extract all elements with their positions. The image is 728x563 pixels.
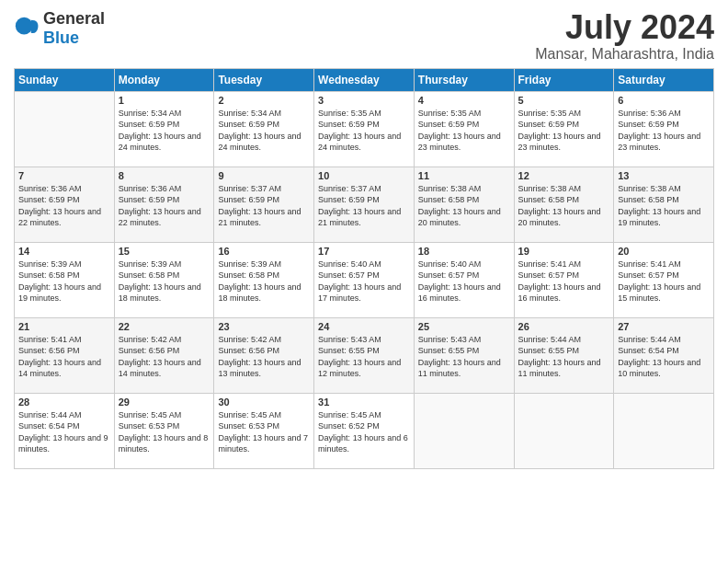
- day-cell: [514, 393, 614, 468]
- day-cell: 30Sunrise: 5:45 AMSunset: 6:53 PMDayligh…: [214, 393, 314, 468]
- cell-content: Sunrise: 5:34 AMSunset: 6:59 PMDaylight:…: [119, 108, 210, 154]
- cell-content: Sunrise: 5:43 AMSunset: 6:55 PMDaylight:…: [318, 334, 410, 380]
- day-number: 31: [318, 396, 410, 408]
- logo: General Blue: [14, 9, 105, 48]
- day-number: 3: [318, 95, 410, 106]
- cell-content: Sunrise: 5:45 AMSunset: 6:52 PMDaylight:…: [318, 409, 410, 455]
- cell-content: Sunrise: 5:37 AMSunset: 6:59 PMDaylight:…: [318, 183, 410, 229]
- cell-content: Sunrise: 5:40 AMSunset: 6:57 PMDaylight:…: [318, 259, 410, 304]
- day-cell: 6Sunrise: 5:36 AMSunset: 6:59 PMDaylight…: [614, 91, 714, 167]
- day-cell: 15Sunrise: 5:39 AMSunset: 6:58 PMDayligh…: [114, 242, 214, 317]
- day-cell: 23Sunrise: 5:42 AMSunset: 6:56 PMDayligh…: [214, 317, 314, 393]
- day-number: 10: [318, 170, 410, 181]
- day-cell: 29Sunrise: 5:45 AMSunset: 6:53 PMDayligh…: [114, 393, 214, 468]
- cell-content: Sunrise: 5:37 AMSunset: 6:59 PMDaylight:…: [218, 183, 310, 229]
- logo-text: General Blue: [43, 9, 105, 48]
- cell-content: Sunrise: 5:39 AMSunset: 6:58 PMDaylight:…: [218, 259, 310, 304]
- cell-content: Sunrise: 5:41 AMSunset: 6:56 PMDaylight:…: [18, 334, 110, 380]
- week-row-3: 14Sunrise: 5:39 AMSunset: 6:58 PMDayligh…: [15, 242, 714, 317]
- day-number: 2: [218, 95, 310, 106]
- day-cell: 14Sunrise: 5:39 AMSunset: 6:58 PMDayligh…: [15, 242, 115, 317]
- day-cell: 20Sunrise: 5:41 AMSunset: 6:57 PMDayligh…: [614, 242, 714, 317]
- cell-content: Sunrise: 5:43 AMSunset: 6:55 PMDaylight:…: [418, 334, 510, 380]
- day-number: 29: [119, 396, 210, 408]
- cell-content: Sunrise: 5:41 AMSunset: 6:57 PMDaylight:…: [518, 259, 610, 304]
- cell-content: Sunrise: 5:44 AMSunset: 6:54 PMDaylight:…: [18, 409, 110, 455]
- day-number: 13: [618, 170, 710, 181]
- day-cell: 21Sunrise: 5:41 AMSunset: 6:56 PMDayligh…: [15, 317, 115, 393]
- day-cell: 27Sunrise: 5:44 AMSunset: 6:54 PMDayligh…: [614, 317, 714, 393]
- cell-content: Sunrise: 5:36 AMSunset: 6:59 PMDaylight:…: [119, 183, 210, 229]
- cell-content: Sunrise: 5:41 AMSunset: 6:57 PMDaylight:…: [618, 259, 710, 304]
- day-cell: 16Sunrise: 5:39 AMSunset: 6:58 PMDayligh…: [214, 242, 314, 317]
- day-cell: 4Sunrise: 5:35 AMSunset: 6:59 PMDaylight…: [414, 91, 514, 167]
- cell-content: Sunrise: 5:45 AMSunset: 6:53 PMDaylight:…: [119, 409, 210, 455]
- day-cell: [15, 91, 115, 167]
- day-cell: 17Sunrise: 5:40 AMSunset: 6:57 PMDayligh…: [314, 242, 415, 317]
- day-number: 17: [318, 246, 410, 257]
- cell-content: Sunrise: 5:44 AMSunset: 6:55 PMDaylight:…: [518, 334, 610, 380]
- day-number: 22: [119, 321, 210, 332]
- day-number: 1: [119, 95, 210, 106]
- calendar-container: General Blue July 2024 Mansar, Maharasht…: [0, 0, 728, 478]
- cell-content: Sunrise: 5:42 AMSunset: 6:56 PMDaylight:…: [119, 334, 210, 380]
- cell-content: Sunrise: 5:38 AMSunset: 6:58 PMDaylight:…: [618, 183, 710, 229]
- day-cell: 13Sunrise: 5:38 AMSunset: 6:58 PMDayligh…: [614, 167, 714, 242]
- header-row: Sunday Monday Tuesday Wednesday Thursday…: [15, 68, 714, 91]
- day-number: 15: [119, 246, 210, 257]
- cell-content: Sunrise: 5:35 AMSunset: 6:59 PMDaylight:…: [318, 108, 410, 154]
- cell-content: Sunrise: 5:34 AMSunset: 6:59 PMDaylight:…: [218, 108, 310, 154]
- day-cell: 5Sunrise: 5:35 AMSunset: 6:59 PMDaylight…: [514, 91, 614, 167]
- col-wednesday: Wednesday: [314, 68, 415, 91]
- cell-content: Sunrise: 5:36 AMSunset: 6:59 PMDaylight:…: [18, 183, 110, 229]
- cell-content: Sunrise: 5:35 AMSunset: 6:59 PMDaylight:…: [418, 108, 510, 154]
- day-cell: 1Sunrise: 5:34 AMSunset: 6:59 PMDaylight…: [114, 91, 214, 167]
- day-number: 7: [18, 170, 110, 181]
- day-cell: 11Sunrise: 5:38 AMSunset: 6:58 PMDayligh…: [414, 167, 514, 242]
- day-number: 28: [18, 396, 110, 408]
- svg-point-0: [16, 17, 33, 35]
- day-number: 21: [18, 321, 110, 332]
- day-number: 9: [218, 170, 310, 181]
- day-cell: 12Sunrise: 5:38 AMSunset: 6:58 PMDayligh…: [514, 167, 614, 242]
- day-cell: 8Sunrise: 5:36 AMSunset: 6:59 PMDaylight…: [114, 167, 214, 242]
- cell-content: Sunrise: 5:40 AMSunset: 6:57 PMDaylight:…: [418, 259, 510, 304]
- cell-content: Sunrise: 5:39 AMSunset: 6:58 PMDaylight:…: [119, 259, 210, 304]
- day-number: 26: [518, 321, 610, 332]
- day-number: 4: [418, 95, 510, 106]
- col-sunday: Sunday: [15, 68, 115, 91]
- col-tuesday: Tuesday: [214, 68, 314, 91]
- day-cell: 28Sunrise: 5:44 AMSunset: 6:54 PMDayligh…: [15, 393, 115, 468]
- logo-blue: Blue: [43, 29, 79, 47]
- day-cell: 26Sunrise: 5:44 AMSunset: 6:55 PMDayligh…: [514, 317, 614, 393]
- day-cell: 18Sunrise: 5:40 AMSunset: 6:57 PMDayligh…: [414, 242, 514, 317]
- day-number: 8: [119, 170, 210, 181]
- col-monday: Monday: [114, 68, 214, 91]
- day-number: 14: [18, 246, 110, 257]
- day-cell: 25Sunrise: 5:43 AMSunset: 6:55 PMDayligh…: [414, 317, 514, 393]
- cell-content: Sunrise: 5:42 AMSunset: 6:56 PMDaylight:…: [218, 334, 310, 380]
- day-number: 23: [218, 321, 310, 332]
- day-number: 11: [418, 170, 510, 181]
- header: General Blue July 2024 Mansar, Maharasht…: [14, 9, 714, 63]
- day-number: 27: [618, 321, 710, 332]
- day-cell: 31Sunrise: 5:45 AMSunset: 6:52 PMDayligh…: [314, 393, 415, 468]
- location: Mansar, Maharashtra, India: [535, 46, 714, 63]
- calendar-table: Sunday Monday Tuesday Wednesday Thursday…: [14, 68, 714, 469]
- month-year: July 2024: [535, 9, 714, 46]
- title-area: July 2024 Mansar, Maharashtra, India: [535, 9, 714, 63]
- week-row-4: 21Sunrise: 5:41 AMSunset: 6:56 PMDayligh…: [15, 317, 714, 393]
- cell-content: Sunrise: 5:35 AMSunset: 6:59 PMDaylight:…: [518, 108, 610, 154]
- day-cell: 2Sunrise: 5:34 AMSunset: 6:59 PMDaylight…: [214, 91, 314, 167]
- day-number: 30: [218, 396, 310, 408]
- day-cell: 22Sunrise: 5:42 AMSunset: 6:56 PMDayligh…: [114, 317, 214, 393]
- day-number: 12: [518, 170, 610, 181]
- cell-content: Sunrise: 5:36 AMSunset: 6:59 PMDaylight:…: [618, 108, 710, 154]
- day-number: 6: [618, 95, 710, 106]
- day-number: 25: [418, 321, 510, 332]
- day-number: 5: [518, 95, 610, 106]
- cell-content: Sunrise: 5:38 AMSunset: 6:58 PMDaylight:…: [518, 183, 610, 229]
- day-cell: 24Sunrise: 5:43 AMSunset: 6:55 PMDayligh…: [314, 317, 415, 393]
- day-number: 20: [618, 246, 710, 257]
- week-row-1: 1Sunrise: 5:34 AMSunset: 6:59 PMDaylight…: [15, 91, 714, 167]
